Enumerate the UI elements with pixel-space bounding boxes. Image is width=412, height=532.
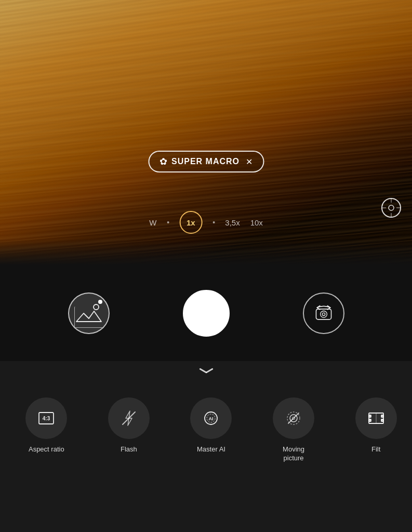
svg-line-12 (123, 412, 135, 424)
zoom-dot-1 (167, 221, 169, 223)
super-macro-badge[interactable]: ✿ SUPER MACRO ✕ (148, 151, 264, 172)
macro-flower-icon: ✿ (160, 156, 167, 167)
quick-setting-flash[interactable]: Flash (88, 397, 170, 454)
shutter-button[interactable] (183, 290, 230, 337)
zoom-10x[interactable]: 10x (250, 218, 263, 227)
svg-text:AI: AI (209, 416, 214, 421)
aspect-ratio-label: Aspect ratio (29, 445, 64, 454)
quick-setting-aspect-ratio[interactable]: 4:3 Aspect ratio (5, 397, 88, 454)
svg-point-8 (320, 311, 327, 317)
super-macro-close-icon[interactable]: ✕ (246, 157, 252, 167)
filter-circle (355, 397, 397, 439)
scan-focus-icon[interactable] (381, 197, 402, 218)
quick-setting-master-ai[interactable]: AI Master AI (170, 397, 252, 454)
zoom-w[interactable]: W (149, 218, 156, 227)
moving-picture-label: Movingpicture (283, 445, 304, 463)
svg-point-9 (322, 313, 325, 315)
quick-setting-filter[interactable]: Filt (335, 397, 412, 454)
aspect-ratio-circle: 4:3 (25, 397, 67, 439)
svg-rect-21 (369, 415, 371, 417)
zoom-1x[interactable]: 1x (179, 211, 202, 234)
svg-rect-23 (381, 415, 383, 417)
zoom-dot-2 (212, 221, 215, 223)
flip-camera-button[interactable] (303, 292, 344, 334)
zoom-controls: W 1x 3,5x 10x (149, 211, 263, 234)
camera-controls-bar (0, 265, 412, 361)
svg-point-1 (389, 205, 394, 210)
quick-setting-moving-picture[interactable]: Movingpicture (252, 397, 335, 463)
svg-rect-22 (369, 419, 371, 421)
quick-settings-bar: 4:3 Aspect ratio Flash AI Ma (0, 387, 412, 532)
moving-picture-circle (273, 397, 314, 439)
flash-label: Flash (121, 445, 137, 454)
collapse-bar[interactable] (0, 361, 412, 387)
svg-point-6 (94, 304, 99, 310)
flash-circle (108, 397, 150, 439)
zoom-3-5x[interactable]: 3,5x (225, 218, 240, 227)
super-macro-label: SUPER MACRO (171, 157, 240, 166)
svg-text:4:3: 4:3 (43, 416, 50, 421)
chevron-down-icon (198, 370, 214, 378)
master-ai-label: Master AI (197, 445, 225, 454)
master-ai-circle: AI (190, 397, 232, 439)
camera-viewfinder: ✿ SUPER MACRO ✕ W 1x 3,5x 10x (0, 0, 412, 265)
filter-label: Filt (371, 445, 380, 454)
svg-rect-24 (381, 419, 383, 421)
gallery-button[interactable] (68, 292, 110, 334)
